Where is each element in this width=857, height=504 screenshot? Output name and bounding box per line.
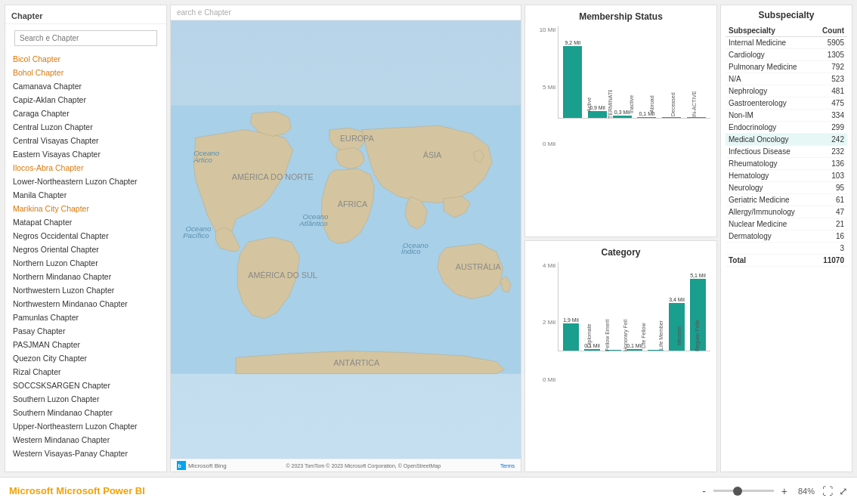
zoom-percent: 84% xyxy=(795,487,818,496)
sub-count: 47 xyxy=(814,206,847,218)
chapter-list-item[interactable]: Southern Mindanao Chapter xyxy=(5,406,166,419)
sub-count: 299 xyxy=(814,122,847,134)
chapter-list-item[interactable]: SOCCSKSARGEN Chapter xyxy=(5,379,166,392)
subspecialty-row[interactable]: Geriatric Medicine 61 xyxy=(726,194,847,206)
chapter-list-item[interactable]: Western Mindanao Chapter xyxy=(5,433,166,447)
chapter-list-item[interactable]: Central Luzon Chapter xyxy=(5,120,166,134)
svg-text:AMÉRICA DO NORTE: AMÉRICA DO NORTE xyxy=(232,172,314,181)
subspecialty-row[interactable]: Gastroenterology 475 xyxy=(726,97,847,110)
chapter-list-item[interactable]: Bicol Chapter xyxy=(5,52,166,66)
category-x-label: Life Fellow xyxy=(641,320,657,351)
col-count-header: Count xyxy=(814,25,847,37)
subspecialty-row[interactable]: 3 xyxy=(726,243,847,255)
subspecialty-row[interactable]: Nuclear Medicine 21 xyxy=(726,218,847,230)
chapter-list-item[interactable]: Camanava Chapter xyxy=(5,79,166,93)
sub-name: Dermatology xyxy=(726,230,814,243)
cat-y-label-mid: 2 Mil xyxy=(543,319,555,326)
category-title: Category xyxy=(531,247,710,258)
subspecialty-row[interactable]: Rheumatology 136 xyxy=(726,158,847,170)
membership-chart: 10 Mil 5 Mil 0 Mil 9,2 Mil 0,9 Mil 0,3 M… xyxy=(531,26,710,147)
sub-name: Endocrinology xyxy=(726,122,814,134)
membership-x-label: TERMINATED xyxy=(608,90,627,119)
map-area[interactable]: AMÉRICA DO NORTE EUROPA ÁSIA ÁFRICA AMÉR… xyxy=(171,20,521,459)
chapter-list-item[interactable]: Ilocos-Abra Chapter xyxy=(5,161,166,175)
chapter-list-item[interactable]: Matapat Chapter xyxy=(5,215,166,229)
subspecialty-row[interactable]: N/A 523 xyxy=(726,73,847,85)
membership-title: Membership Status xyxy=(531,11,710,22)
cat-y-label-bot: 0 Mil xyxy=(543,376,555,383)
chapter-list-item[interactable]: Pasay Chapter xyxy=(5,324,166,338)
chapter-list-item[interactable]: Caraga Chapter xyxy=(5,107,166,120)
total-count: 11070 xyxy=(814,255,847,267)
zoom-minus-button[interactable]: - xyxy=(699,484,709,499)
chapter-list-item[interactable]: Negros Oriental Chapter xyxy=(5,243,166,256)
subspecialty-row[interactable]: Endocrinology 299 xyxy=(726,122,847,134)
right-panels: Membership Status 10 Mil 5 Mil 0 Mil 9,2… xyxy=(524,5,717,472)
chapter-list-item[interactable]: Marikina City Chapter xyxy=(5,202,166,215)
chapter-list-item[interactable]: Northwestern Mindanao Chapter xyxy=(5,297,166,311)
chapter-list-item[interactable]: Rizal Chapter xyxy=(5,365,166,379)
subspecialty-row[interactable]: Dermatology 16 xyxy=(726,230,847,243)
chapter-list-item[interactable]: Capiz-Aklan Chapter xyxy=(5,93,166,107)
chapter-search-input[interactable] xyxy=(14,30,157,46)
map-panel: earch e Chapter xyxy=(170,5,521,472)
chapter-list-item[interactable]: Negros Occidental Chapter xyxy=(5,229,166,243)
content-area: Chapter Bicol ChapterBohol ChapterCamana… xyxy=(0,0,857,477)
subspecialty-row[interactable]: Hematology 103 xyxy=(726,170,847,182)
chapter-list-item[interactable]: Northern Luzon Chapter xyxy=(5,256,166,270)
chapter-list-item[interactable]: Manila Chapter xyxy=(5,188,166,202)
powerbi-logo[interactable]: Microsoft Microsoft Power BI xyxy=(9,485,145,496)
chapter-list-item[interactable]: Pamunlas Chapter xyxy=(5,311,166,324)
map-terms[interactable]: Terms xyxy=(500,463,515,468)
sub-count: 1305 xyxy=(814,49,847,61)
sub-name: Non-IM xyxy=(726,110,814,122)
sub-name: Medical Oncology xyxy=(726,134,814,146)
bar-rect xyxy=(563,323,579,350)
sub-name: Nephrology xyxy=(726,85,814,97)
membership-panel: Membership Status 10 Mil 5 Mil 0 Mil 9,2… xyxy=(524,5,717,237)
svg-text:Pacífico: Pacífico xyxy=(183,231,209,240)
chapter-list-item[interactable]: Central Visayas Chapter xyxy=(5,134,166,147)
main-container: Chapter Bicol ChapterBohol ChapterCamana… xyxy=(0,0,857,504)
svg-text:Ártico: Ártico xyxy=(193,156,212,164)
chapter-list-item[interactable]: Northwestern Luzon Chapter xyxy=(5,283,166,297)
svg-text:ANTÁRTICA: ANTÁRTICA xyxy=(333,358,380,367)
chapter-list-item[interactable]: PASJMAN Chapter xyxy=(5,338,166,351)
membership-bar-group[interactable]: 9,2 Mil xyxy=(562,29,584,118)
membership-x-label: IN-ACTIVE xyxy=(691,90,710,119)
chapter-list-item[interactable]: Northern Mindanao Chapter xyxy=(5,270,166,283)
sub-count: 3 xyxy=(814,243,847,255)
sub-count: 16 xyxy=(814,230,847,243)
subspecialty-row[interactable]: Internal Medicine 5905 xyxy=(726,37,847,49)
subspecialty-row[interactable]: Neurology 95 xyxy=(726,182,847,194)
chapter-list: Bicol ChapterBohol ChapterCamanava Chapt… xyxy=(5,52,166,460)
fit-page-icon[interactable]: ⛶ xyxy=(822,485,833,497)
subspecialty-panel: Subspecialty Subspecialty Count Internal… xyxy=(720,5,852,472)
subspecialty-table: Subspecialty Count Internal Medicine 590… xyxy=(726,25,847,267)
bar-value: 1,9 Mil xyxy=(563,317,579,323)
sub-count: 95 xyxy=(814,182,847,194)
chapter-list-item[interactable]: Lower-Northeastern Luzon Chapter xyxy=(5,175,166,188)
subspecialty-row[interactable]: Pulmonary Medicine 792 xyxy=(726,61,847,73)
subspecialty-row[interactable]: Non-IM 334 xyxy=(726,110,847,122)
zoom-plus-button[interactable]: + xyxy=(778,484,790,499)
subspecialty-row[interactable]: Infectious Disease 232 xyxy=(726,146,847,158)
subspecialty-row[interactable]: Medical Oncology 242 xyxy=(726,134,847,146)
sub-count: 475 xyxy=(814,97,847,110)
subspecialty-row[interactable]: Allergy/Immunology 47 xyxy=(726,206,847,218)
zoom-slider[interactable] xyxy=(713,490,774,492)
sub-count: 103 xyxy=(814,170,847,182)
sub-count: 232 xyxy=(814,146,847,158)
fullscreen-icon[interactable]: ⤢ xyxy=(839,485,848,497)
bar-rect xyxy=(563,46,582,118)
chapter-list-item[interactable]: Eastern Visayas Chapter xyxy=(5,147,166,161)
subspecialty-row[interactable]: Nephrology 481 xyxy=(726,85,847,97)
subspecialty-row[interactable]: Cardiology 1305 xyxy=(726,49,847,61)
chapter-list-item[interactable]: Bohol Chapter xyxy=(5,66,166,79)
category-x-label: Member xyxy=(676,320,692,351)
chapter-list-item[interactable]: Upper-Northeastern Luzon Chapter xyxy=(5,419,166,433)
chapter-list-item[interactable]: Western Visayas-Panay Chapter xyxy=(5,447,166,460)
chapter-list-item[interactable]: Southern Luzon Chapter xyxy=(5,392,166,406)
category-bar-group[interactable]: 1,9 Mil xyxy=(562,265,580,351)
chapter-list-item[interactable]: Quezon City Chapter xyxy=(5,351,166,365)
